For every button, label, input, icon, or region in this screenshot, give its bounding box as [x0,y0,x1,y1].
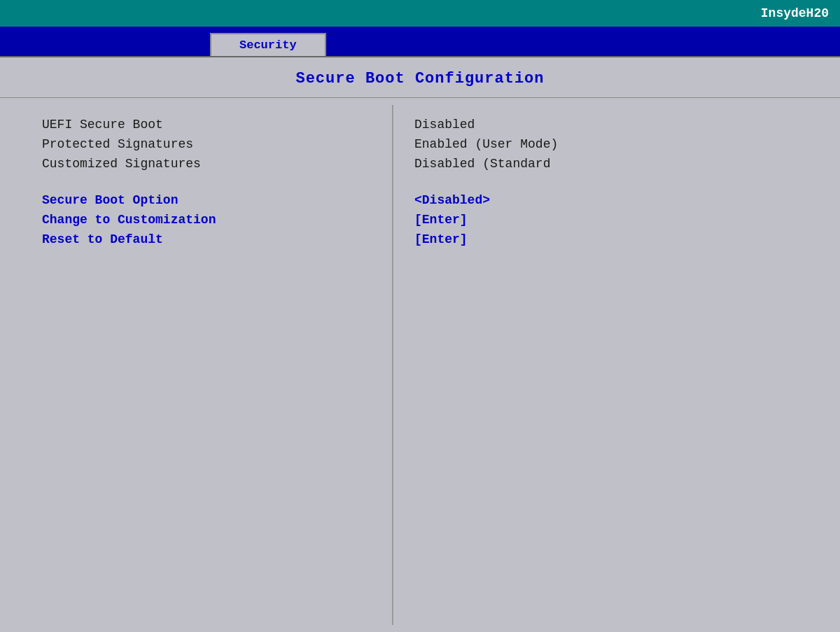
spacer-right [414,174,819,190]
change-to-customization-value[interactable]: [Enter] [414,213,468,227]
setting-row-protected: Protected Signatures [42,134,350,154]
setting-row-customized: Customized Signatures [42,154,350,174]
value-row-reset-default[interactable]: [Enter] [414,230,819,249]
setting-row-uefi: UEFI Secure Boot [42,115,350,134]
section-header: Secure Boot Configuration [0,57,840,98]
top-bar: InsydeH20 [0,0,840,27]
tab-security[interactable]: Security [210,33,326,56]
right-panel: Disabled Enabled (User Mode) Disabled (S… [393,98,840,632]
reset-to-default-label[interactable]: Reset to Default [42,232,163,246]
change-to-customization-label[interactable]: Change to Customization [42,213,216,227]
uefi-secure-boot-value: Disabled [414,118,475,132]
customized-signatures-label: Customized Signatures [42,157,201,171]
setting-row-change-customization[interactable]: Change to Customization [42,210,350,230]
setting-row-secure-boot-option[interactable]: Secure Boot Option [42,190,350,210]
brand-label: InsydeH20 [761,6,829,20]
secure-boot-option-label[interactable]: Secure Boot Option [42,193,178,207]
tab-bar: Security [0,27,840,56]
customized-signatures-value: Disabled (Standard [414,157,550,171]
reset-to-default-value[interactable]: [Enter] [414,232,468,246]
value-row-customized: Disabled (Standard [414,154,819,174]
value-row-change-customization[interactable]: [Enter] [414,210,819,230]
protected-signatures-value: Enabled (User Mode) [414,137,558,151]
uefi-secure-boot-label: UEFI Secure Boot [42,118,163,132]
value-row-secure-boot-option[interactable]: <Disabled> [414,190,819,210]
left-panel: UEFI Secure Boot Protected Signatures Cu… [0,98,392,632]
section-title: Secure Boot Configuration [295,70,544,87]
spacer [42,174,350,190]
value-row-uefi: Disabled [414,115,819,134]
value-row-protected: Enabled (User Mode) [414,134,819,154]
protected-signatures-label: Protected Signatures [42,137,193,151]
setting-row-reset-default[interactable]: Reset to Default [42,230,350,249]
bios-screen: InsydeH20 Security Secure Boot Configura… [0,0,840,632]
secure-boot-option-value[interactable]: <Disabled> [414,193,490,207]
main-content: Secure Boot Configuration UEFI Secure Bo… [0,56,840,632]
content-area: UEFI Secure Boot Protected Signatures Cu… [0,98,840,632]
